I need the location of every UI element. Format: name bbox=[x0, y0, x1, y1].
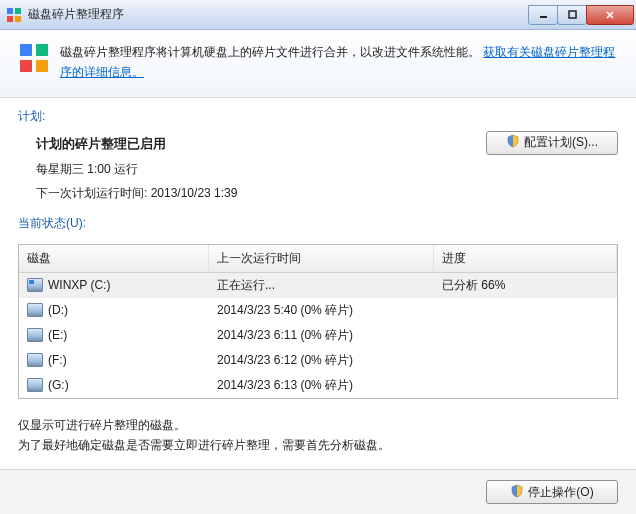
table-row[interactable]: (G:)2014/3/23 6:13 (0% 碎片) bbox=[19, 373, 617, 398]
svg-rect-11 bbox=[36, 60, 48, 72]
window-controls bbox=[529, 5, 634, 25]
schedule-line1: 每星期三 1:00 运行 bbox=[36, 157, 466, 181]
disk-name: WINXP (C:) bbox=[48, 278, 110, 292]
window-title: 磁盘碎片整理程序 bbox=[28, 6, 529, 23]
svg-rect-8 bbox=[20, 44, 32, 56]
schedule-line2: 下一次计划运行时间: 2013/10/23 1:39 bbox=[36, 181, 466, 205]
progress-cell bbox=[434, 326, 617, 345]
schedule-info: 计划的碎片整理已启用 每星期三 1:00 运行 下一次计划运行时间: 2013/… bbox=[36, 131, 466, 205]
last-run-cell: 2014/3/23 6:13 (0% 碎片) bbox=[209, 376, 434, 395]
windows-drive-icon bbox=[27, 278, 43, 292]
defrag-icon bbox=[6, 7, 22, 23]
footer-note: 仅显示可进行碎片整理的磁盘。 为了最好地确定磁盘是否需要立即进行碎片整理，需要首… bbox=[0, 409, 636, 456]
bottom-bar: 停止操作(O) bbox=[0, 469, 636, 514]
schedule-title: 计划的碎片整理已启用 bbox=[36, 131, 466, 157]
footer-line1: 仅显示可进行碎片整理的磁盘。 bbox=[18, 415, 618, 435]
table-row[interactable]: (E:)2014/3/23 6:11 (0% 碎片) bbox=[19, 323, 617, 348]
disk-cell: (D:) bbox=[19, 301, 209, 320]
header-last-run[interactable]: 上一次运行时间 bbox=[209, 245, 434, 272]
stop-operation-label: 停止操作(O) bbox=[528, 484, 593, 501]
shield-icon bbox=[506, 134, 520, 151]
table-row[interactable]: (F:)2014/3/23 6:12 (0% 碎片) bbox=[19, 348, 617, 373]
svg-rect-10 bbox=[20, 60, 32, 72]
progress-cell bbox=[434, 376, 617, 395]
last-run-cell: 2014/3/23 6:11 (0% 碎片) bbox=[209, 326, 434, 345]
minimize-button[interactable] bbox=[528, 5, 558, 25]
last-run-cell: 正在运行... bbox=[209, 276, 434, 295]
disk-cell: (F:) bbox=[19, 351, 209, 370]
svg-rect-0 bbox=[7, 8, 13, 14]
last-run-cell: 2014/3/23 5:40 (0% 碎片) bbox=[209, 301, 434, 320]
svg-rect-1 bbox=[15, 8, 21, 14]
disk-cell: (E:) bbox=[19, 326, 209, 345]
schedule-section-label: 计划: bbox=[0, 98, 636, 131]
header-progress[interactable]: 进度 bbox=[434, 245, 617, 272]
header-disk[interactable]: 磁盘 bbox=[19, 245, 209, 272]
info-description: 磁盘碎片整理程序将计算机硬盘上的碎片文件进行合并，以改进文件系统性能。 bbox=[60, 45, 480, 59]
configure-schedule-label: 配置计划(S)... bbox=[524, 134, 598, 151]
disk-name: (E:) bbox=[48, 328, 67, 342]
table-row[interactable]: WINXP (C:)正在运行...已分析 66% bbox=[19, 273, 617, 298]
table-header: 磁盘 上一次运行时间 进度 bbox=[19, 245, 617, 273]
disk-cell: WINXP (C:) bbox=[19, 276, 209, 295]
info-text: 磁盘碎片整理程序将计算机硬盘上的碎片文件进行合并，以改进文件系统性能。 获取有关… bbox=[60, 42, 618, 83]
drive-icon bbox=[27, 353, 43, 367]
disk-name: (F:) bbox=[48, 353, 67, 367]
shield-icon bbox=[510, 484, 524, 501]
progress-cell bbox=[434, 351, 617, 370]
stop-operation-button[interactable]: 停止操作(O) bbox=[486, 480, 618, 504]
drive-icon bbox=[27, 328, 43, 342]
disk-name: (D:) bbox=[48, 303, 68, 317]
disk-table: 磁盘 上一次运行时间 进度 WINXP (C:)正在运行...已分析 66%(D… bbox=[18, 244, 618, 399]
svg-rect-2 bbox=[7, 16, 13, 22]
drive-icon bbox=[27, 378, 43, 392]
svg-rect-5 bbox=[569, 11, 576, 18]
drive-icon bbox=[27, 303, 43, 317]
info-banner: 磁盘碎片整理程序将计算机硬盘上的碎片文件进行合并，以改进文件系统性能。 获取有关… bbox=[0, 30, 636, 98]
svg-rect-9 bbox=[36, 44, 48, 56]
svg-rect-3 bbox=[15, 16, 21, 22]
disk-name: (G:) bbox=[48, 378, 69, 392]
defrag-large-icon bbox=[18, 42, 50, 74]
progress-cell: 已分析 66% bbox=[434, 276, 617, 295]
progress-cell bbox=[434, 301, 617, 320]
status-section-label: 当前状态(U): bbox=[0, 205, 636, 238]
configure-schedule-button[interactable]: 配置计划(S)... bbox=[486, 131, 618, 155]
maximize-button[interactable] bbox=[557, 5, 587, 25]
titlebar: 磁盘碎片整理程序 bbox=[0, 0, 636, 30]
close-button[interactable] bbox=[586, 5, 634, 25]
table-row[interactable]: (D:)2014/3/23 5:40 (0% 碎片) bbox=[19, 298, 617, 323]
footer-line2: 为了最好地确定磁盘是否需要立即进行碎片整理，需要首先分析磁盘。 bbox=[18, 435, 618, 455]
disk-cell: (G:) bbox=[19, 376, 209, 395]
last-run-cell: 2014/3/23 6:12 (0% 碎片) bbox=[209, 351, 434, 370]
